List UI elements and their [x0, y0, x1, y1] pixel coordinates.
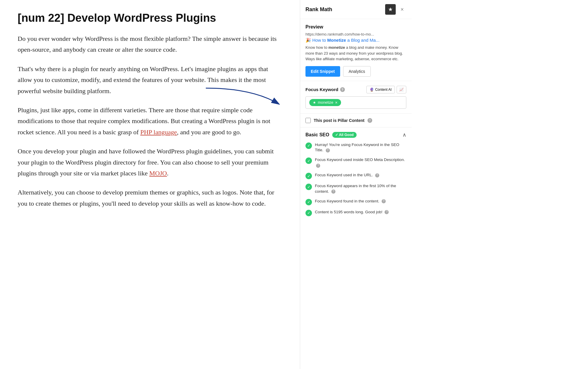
focus-keyword-tools: 🔮 Content AI 📈 [366, 86, 406, 93]
basic-seo-header: Basic SEO ✓ All Good ∧ [305, 132, 406, 138]
focus-keyword-label: Focus Keyword ? [305, 87, 345, 92]
keyword-tag-area[interactable]: ★ monetize × [305, 96, 406, 109]
seo-item-help-2[interactable]: ? [316, 164, 320, 168]
check-icon-5: ✓ [305, 199, 312, 205]
preview-buttons: Edit Snippet Analytics [305, 66, 406, 77]
seo-item-1: ✓ Hurray! You're using Focus Keyword in … [305, 142, 406, 153]
preview-emoji: 🎉 [305, 38, 311, 43]
check-icon-3: ✓ [305, 173, 312, 179]
seo-item-6: ✓ Content is 5195 words long. Good job! … [305, 209, 406, 216]
preview-url: https://demo.rankmath.com/how-to-mo... [305, 32, 406, 36]
basic-seo-section: Basic SEO ✓ All Good ∧ ✓ Hurray! You're … [300, 128, 412, 226]
seo-item-text-5: Focus Keyword found in the content. ? [315, 199, 406, 204]
paragraph-5: Alternatively, you can choose to develop… [18, 187, 282, 209]
pillar-content-label: This post is Pillar Content [314, 118, 365, 123]
check-icon-1: ✓ [305, 142, 312, 149]
preview-label: Preview [305, 24, 406, 30]
keyword-remove-icon[interactable]: × [335, 100, 338, 105]
basic-seo-header-row: Basic SEO ✓ All Good [305, 132, 357, 138]
php-link[interactable]: PHP language [140, 128, 177, 136]
post-content: Do you ever wonder why WordPress is the … [18, 33, 282, 209]
post-title: [num 22] Develop WordPress Plugins [18, 12, 282, 24]
basic-seo-title: Basic SEO [305, 132, 329, 137]
keyword-tag: ★ monetize × [309, 99, 341, 106]
check-icon-2: ✓ [305, 157, 312, 164]
seo-item-text-3: Focus Keyword used in the URL. ? [315, 172, 406, 178]
paragraph-4: Once you develop your plugin and have fo… [18, 146, 282, 179]
content-ai-button[interactable]: 🔮 Content AI [366, 86, 395, 93]
preview-title-rest: a Blog and Ma... [346, 38, 379, 43]
content-ai-icon: 🔮 [370, 88, 374, 92]
seo-item-text-4: Focus Keyword appears in the first 10% o… [315, 183, 406, 194]
sidebar-title: Rank Math [305, 6, 332, 13]
main-content: [num 22] Develop WordPress Plugins Do yo… [0, 0, 300, 369]
preview-title-text: How to [312, 38, 327, 43]
mojo-link[interactable]: MOJO [149, 170, 167, 177]
seo-item-5: ✓ Focus Keyword found in the content. ? [305, 199, 406, 205]
seo-item-2: ✓ Focus Keyword used inside SEO Meta Des… [305, 157, 406, 168]
focus-keyword-section: Focus Keyword ? 🔮 Content AI 📈 ★ monetiz… [300, 81, 412, 114]
sidebar-header-icons: ★ × [385, 4, 406, 15]
preview-title-line: 🎉 How to Monetize a Blog and Ma... [305, 38, 406, 43]
check-icon-6: ✓ [305, 210, 312, 216]
trend-button[interactable]: 📈 [397, 86, 406, 93]
pillar-help-icon[interactable]: ? [368, 118, 372, 123]
close-icon[interactable]: × [398, 5, 406, 14]
sidebar-header: Rank Math ★ × [300, 0, 412, 19]
preview-description: Know how to monetize a blog and make mon… [305, 45, 406, 62]
edit-snippet-button[interactable]: Edit Snippet [305, 66, 340, 77]
keyword-star-icon: ★ [313, 100, 316, 105]
seo-item-help-6[interactable]: ? [385, 210, 389, 214]
check-icon-4: ✓ [305, 184, 312, 190]
seo-item-help-3[interactable]: ? [375, 173, 379, 177]
paragraph-2: That's why there is a plugin for nearly … [18, 63, 282, 96]
focus-keyword-help-icon[interactable]: ? [340, 87, 345, 92]
paragraph-3: Plugins, just like apps, come in differe… [18, 105, 282, 137]
seo-item-text-6: Content is 5195 words long. Good job! ? [315, 209, 406, 215]
pillar-content-checkbox[interactable] [305, 118, 311, 123]
seo-item-help-1[interactable]: ? [326, 148, 330, 152]
preview-title-bold: Monetize [327, 38, 346, 43]
seo-item-4: ✓ Focus Keyword appears in the first 10%… [305, 183, 406, 194]
seo-item-help-5[interactable]: ? [382, 199, 386, 203]
seo-item-text-2: Focus Keyword used inside SEO Meta Descr… [315, 157, 406, 168]
star-icon[interactable]: ★ [385, 4, 396, 15]
seo-item-3: ✓ Focus Keyword used in the URL. ? [305, 172, 406, 179]
seo-item-help-4[interactable]: ? [331, 189, 335, 194]
all-good-badge: ✓ All Good [332, 132, 357, 138]
pillar-content-section: This post is Pillar Content ? [300, 114, 412, 128]
preview-title-link[interactable]: How to Monetize a Blog and Ma... [312, 38, 379, 43]
paragraph-1: Do you ever wonder why WordPress is the … [18, 33, 282, 55]
collapse-icon[interactable]: ∧ [402, 132, 406, 138]
seo-item-text-1: Hurray! You're using Focus Keyword in th… [315, 142, 406, 153]
sidebar: Rank Math ★ × Preview https://demo.rankm… [300, 0, 412, 369]
focus-keyword-header: Focus Keyword ? 🔮 Content AI 📈 [305, 86, 406, 93]
keyword-text: monetize [318, 100, 333, 105]
analytics-button[interactable]: Analytics [343, 66, 371, 77]
preview-section: Preview https://demo.rankmath.com/how-to… [300, 19, 412, 81]
